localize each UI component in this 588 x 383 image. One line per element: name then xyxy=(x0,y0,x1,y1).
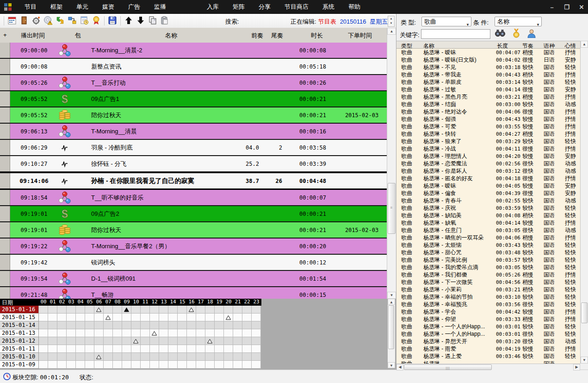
daygrid-hour-cell[interactable] xyxy=(131,314,141,321)
daygrid-hour-cell[interactable] xyxy=(104,314,113,321)
row-gutter[interactable] xyxy=(0,59,10,74)
library-row[interactable]: 歌曲杨丞琳 - 国语 xyxy=(396,360,580,364)
daygrid-hour-cell[interactable] xyxy=(150,321,159,329)
daygrid-hour-cell[interactable] xyxy=(178,337,187,345)
daygrid-hour-cell[interactable] xyxy=(150,329,159,337)
library-row[interactable]: 歌曲杨丞琳 - 学会00:04:42较慢国语抒情 xyxy=(396,308,580,315)
daygrid-hour-cell[interactable] xyxy=(141,361,150,369)
scroll-thumb[interactable]: ||| xyxy=(404,364,492,370)
library-row[interactable]: 歌曲杨丞琳 - 小茉莉00:03:21稍快国语轻快 xyxy=(396,286,580,293)
daygrid-hour-cell[interactable] xyxy=(113,361,122,369)
daygrid-hour-cell[interactable] xyxy=(57,321,67,329)
daygrid-hour-cell[interactable] xyxy=(224,306,233,314)
daygrid-hour-cell[interactable] xyxy=(168,321,178,329)
daygrid-hour-cell[interactable] xyxy=(67,353,76,361)
daygrid-hour-cell[interactable] xyxy=(141,306,150,314)
row-gutter[interactable] xyxy=(0,271,10,286)
daygrid-hour-cell[interactable] xyxy=(39,321,48,329)
menu-item-5[interactable]: 广告 xyxy=(121,0,147,14)
daygrid-hour-cell[interactable] xyxy=(168,306,178,314)
move-up-button[interactable] xyxy=(123,15,135,26)
library-row[interactable]: 歌曲杨丞琳 - 暧昧(日文版)00:04:02很慢日语安静 xyxy=(396,56,580,63)
daygrid-row[interactable]: 2015-01-15 xyxy=(0,314,261,321)
daygrid-hour-cell[interactable] xyxy=(196,337,205,345)
playlist-row[interactable]: 09:00:08新整点资讯00:05:18 xyxy=(0,59,387,75)
daygrid-hour-cell[interactable] xyxy=(85,321,94,329)
daygrid-hour-cell[interactable] xyxy=(85,337,94,345)
daygrid-hour-cell[interactable] xyxy=(85,329,94,337)
row-gutter[interactable] xyxy=(0,287,10,299)
daygrid-hour-cell[interactable] xyxy=(141,321,150,329)
daygrid-hour-cell[interactable] xyxy=(113,306,122,314)
col-header-order[interactable]: 下单时间 xyxy=(348,31,372,40)
daygrid-hour-cell[interactable] xyxy=(48,314,57,321)
daygrid-hour-cell[interactable] xyxy=(159,361,168,369)
daygrid-hour-cell[interactable] xyxy=(233,361,242,369)
daygrid-hour-cell[interactable] xyxy=(141,329,150,337)
daygrid-hour-cell[interactable] xyxy=(150,337,159,345)
daygrid-hour-cell[interactable] xyxy=(113,337,122,345)
daygrid-hour-cell[interactable] xyxy=(252,353,261,361)
daygrid-hour-cell[interactable] xyxy=(48,353,57,361)
row-gutter[interactable] xyxy=(0,140,10,155)
daygrid-hour-cell[interactable] xyxy=(48,345,57,353)
scroll-up-arrow[interactable]: ▲ xyxy=(388,299,395,305)
daygrid-hour-cell[interactable] xyxy=(122,345,131,353)
library-row[interactable]: 歌曲杨丞琳 - 遇上爱00:03:46较快国语轻快 xyxy=(396,352,580,360)
playlist-row[interactable]: 09:06:29羽泉 - 冷酷到底04.0200:03:58 xyxy=(0,140,387,156)
daygrid-hour-cell[interactable] xyxy=(233,306,242,314)
menu-item-1[interactable]: 节目 xyxy=(18,0,43,14)
menu-item-10[interactable]: 节目商店 xyxy=(278,0,316,14)
playlist-row[interactable]: 09:06:13T-Morning__清晨00:00:16 xyxy=(0,124,387,140)
library-row[interactable]: 歌曲杨丞琳 - 绝对达令00:04:06很慢国语抒情 xyxy=(396,108,580,115)
daygrid-hour-cell[interactable] xyxy=(85,361,94,369)
daygrid-vscrollbar[interactable]: ▲ ▼ xyxy=(388,299,395,368)
daygrid-date-cell[interactable]: 2015-01-15 xyxy=(0,314,39,321)
daygrid-hour-cell[interactable] xyxy=(57,337,67,345)
type-select[interactable]: 歌曲▼ xyxy=(421,17,471,26)
daygrid-hour-cell[interactable] xyxy=(48,337,57,345)
library-row[interactable]: 歌曲杨丞琳 - 理想情人00:04:20较慢国语安静 xyxy=(396,152,580,160)
daygrid-hour-cell[interactable] xyxy=(215,337,224,345)
playlist-row[interactable]: 09:18:54T__听不够的好音乐00:00:07 xyxy=(0,190,387,206)
daygrid-hour-cell[interactable] xyxy=(39,345,48,353)
toolbar-spinner[interactable]: ▲▼ xyxy=(388,16,395,27)
library-row[interactable]: 歌曲杨丞琳 - 缺氧00:04:14较慢国语抒情 xyxy=(396,219,580,226)
library-row[interactable]: 歌曲杨丞琳 - 仰望00:03:33稍慢国语抒情 xyxy=(396,315,580,323)
daygrid-hour-cell[interactable] xyxy=(178,321,187,329)
daygrid-hour-cell[interactable] xyxy=(94,353,104,361)
library-row[interactable]: 歌曲杨丞琳 - 我们都傻00:05:26稍慢国语抒情 xyxy=(396,271,580,278)
daygrid-hour-cell[interactable] xyxy=(187,306,196,314)
daygrid-hour-cell[interactable] xyxy=(178,345,187,353)
daygrid-hour-cell[interactable] xyxy=(57,329,67,337)
daygrid-hour-cell[interactable] xyxy=(205,306,215,314)
daygrid-date-cell[interactable]: 2015-01-09 xyxy=(0,361,39,369)
daygrid-hour-cell[interactable] xyxy=(215,329,224,337)
playlist-row[interactable]: 09:21:48T__畅游00:00:15 xyxy=(0,287,387,299)
menu-item-11[interactable]: 系统 xyxy=(316,0,341,14)
daygrid-hour-cell[interactable] xyxy=(122,337,131,345)
daygrid-hour-cell[interactable] xyxy=(76,329,85,337)
daygrid-hour-cell[interactable] xyxy=(196,314,205,321)
daygrid-date-cell[interactable]: 2015-01-13 xyxy=(0,329,39,337)
daygrid-hour-cell[interactable] xyxy=(224,353,233,361)
daygrid-hour-cell[interactable] xyxy=(215,353,224,361)
daygrid-hour-cell[interactable] xyxy=(39,337,48,345)
daygrid-hour-cell[interactable] xyxy=(76,353,85,361)
library-row[interactable]: 歌曲杨丞琳 - 过敏00:04:14很慢国语安静 xyxy=(396,86,580,93)
daygrid-date-cell[interactable]: 2015-01-14 xyxy=(0,321,39,329)
row-gutter[interactable] xyxy=(0,255,10,270)
daygrid-hour-cell[interactable] xyxy=(104,329,113,337)
daygrid-hour-cell[interactable] xyxy=(131,321,141,329)
daygrid-hour-cell[interactable] xyxy=(48,321,57,329)
daygrid-hour-cell[interactable] xyxy=(122,306,131,314)
daygrid-hour-cell[interactable] xyxy=(122,353,131,361)
daygrid-hour-cell[interactable] xyxy=(233,345,242,353)
daygrid-hour-cell[interactable] xyxy=(252,321,261,329)
daygrid-hour-cell[interactable] xyxy=(168,314,178,321)
row-gutter[interactable] xyxy=(0,156,10,171)
daygrid-hour-cell[interactable] xyxy=(57,361,67,369)
daygrid-hour-cell[interactable] xyxy=(196,353,205,361)
daygrid-hour-cell[interactable] xyxy=(159,353,168,361)
daygrid-hour-cell[interactable] xyxy=(159,345,168,353)
